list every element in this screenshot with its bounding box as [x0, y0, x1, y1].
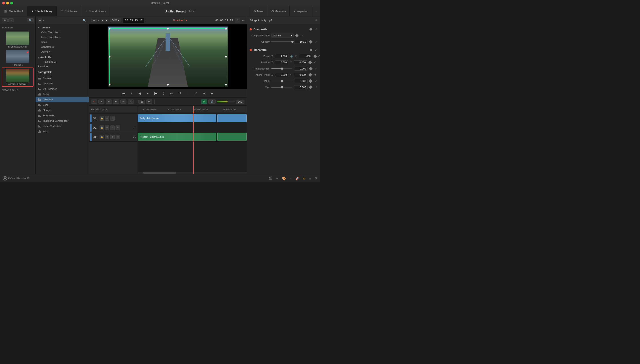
media-item-horisont[interactable]: Horisont - Electrical....: [2, 68, 34, 86]
timeline-scrollbar-thumb[interactable]: [143, 172, 176, 174]
effect-de-esser[interactable]: De-Esser: [36, 81, 89, 86]
effect-chorus[interactable]: Chorus: [36, 76, 89, 81]
track-a1-s[interactable]: S: [110, 126, 115, 130]
position-x-value[interactable]: 0.000: [275, 60, 288, 64]
effects-search-button[interactable]: 🔍: [82, 18, 87, 23]
close-button[interactable]: [2, 2, 5, 4]
audio-fx-header[interactable]: ▾ Audio FX: [36, 54, 89, 60]
notification-button[interactable]: □: [311, 6, 320, 16]
toolbox-openfx[interactable]: OpenFX: [36, 49, 89, 54]
clip-bridge-activity[interactable]: Bridge Activity.mp4: [138, 114, 216, 122]
rotation-keyframe[interactable]: [309, 67, 313, 70]
anchor-x-value[interactable]: 0.000: [275, 73, 288, 77]
go-last-button[interactable]: ⏮: [209, 90, 215, 96]
rotation-slider-thumb[interactable]: [281, 68, 283, 70]
step-back-button[interactable]: ⟨: [129, 90, 135, 96]
fullscreen-button[interactable]: ⤢: [193, 90, 199, 96]
toolbox-titles[interactable]: Titles: [36, 40, 89, 44]
toolbox-favorites[interactable]: Favorites: [36, 64, 89, 69]
maximize-button[interactable]: [10, 2, 13, 4]
proxy-toggle[interactable]: ⊞: [91, 19, 97, 22]
transform-reset[interactable]: ↺: [314, 48, 317, 52]
play-reverse-button[interactable]: ◀: [137, 90, 143, 96]
search-media-button[interactable]: 🔍: [27, 18, 34, 22]
media-storage-icon[interactable]: 🎬: [268, 176, 272, 180]
effect-noise-reduction[interactable]: Noise Reduction: [36, 124, 89, 129]
track-a1-m[interactable]: M: [116, 126, 120, 130]
effect-multiband-compressor[interactable]: Multiband Compressor: [36, 118, 89, 124]
media-item-bridge[interactable]: Bridge Activity.mp4: [0, 31, 35, 49]
track-a2-s[interactable]: S: [110, 135, 115, 139]
position-keyframe[interactable]: [308, 61, 312, 64]
pitch-keyframe[interactable]: [309, 79, 313, 83]
transform-keyframe[interactable]: [309, 48, 312, 52]
anchor-keyframe[interactable]: [308, 73, 312, 77]
slide-tool[interactable]: ⇔: [121, 100, 127, 104]
timeline-name-display[interactable]: Timeline 1 ▾: [173, 19, 187, 22]
slip-tool[interactable]: ⇔: [113, 100, 119, 104]
preview-settings[interactable]: ⟳: [235, 18, 240, 23]
effect-pitch[interactable]: Pitch: [36, 129, 89, 134]
composite-mode-select[interactable]: Normal ▾: [271, 34, 294, 38]
fairlight-icon[interactable]: ♫: [289, 176, 292, 180]
yaw-slider[interactable]: [271, 87, 292, 88]
yaw-slider-thumb[interactable]: [281, 86, 283, 88]
zoom-y-value[interactable]: 1.000: [299, 54, 312, 58]
zoom-keyframe[interactable]: [313, 54, 317, 58]
zoom-x-value[interactable]: 1.000: [275, 54, 288, 58]
track-a2-lock[interactable]: 🔒: [100, 135, 104, 139]
trim-tool[interactable]: ⤢: [99, 100, 105, 104]
loop-button[interactable]: ↺: [177, 90, 182, 96]
composite-keyframe[interactable]: [309, 28, 312, 31]
toolbox-video-transitions[interactable]: Video Transitions: [36, 30, 89, 35]
step-forward-button[interactable]: ⟩: [161, 90, 167, 96]
list-view-button[interactable]: ≡: [9, 18, 14, 22]
preview-options[interactable]: ▾: [98, 19, 99, 22]
deliver-icon[interactable]: 🚀: [295, 176, 299, 180]
minimize-button[interactable]: [6, 2, 9, 4]
inspector-expand[interactable]: ⊞: [315, 19, 317, 22]
clip-horisont[interactable]: Horisont - Electrical.mp3: [138, 133, 216, 141]
position-reset[interactable]: ↺: [313, 61, 317, 64]
fairlightfx-label[interactable]: FairlightFX: [36, 60, 89, 64]
anchor-y-value[interactable]: 0.000: [294, 73, 307, 77]
more-options[interactable]: •••: [242, 19, 244, 22]
skip-end-button[interactable]: ⏭: [201, 90, 207, 96]
yaw-value[interactable]: 0.000: [294, 85, 308, 89]
home-icon[interactable]: ⌂: [309, 176, 311, 180]
link-button[interactable]: ⛓: [139, 100, 145, 104]
track-v1-lock[interactable]: 🔒: [100, 116, 104, 120]
yaw-reset[interactable]: ↺: [314, 86, 317, 89]
opacity-value[interactable]: 100.0: [294, 40, 308, 44]
track-v1-eye[interactable]: 👁: [105, 116, 109, 120]
track-a2-m[interactable]: M: [116, 135, 120, 139]
composite-section-header[interactable]: Composite ↺: [247, 26, 320, 32]
pitch-slider[interactable]: [271, 81, 292, 81]
track-a2-eye[interactable]: 👁: [105, 135, 109, 139]
rotation-reset[interactable]: ↺: [314, 67, 317, 70]
composite-mode-reset[interactable]: ↺: [300, 34, 303, 37]
effects-expand-icon[interactable]: ▾: [43, 19, 44, 22]
zoom-reset[interactable]: ↺: [318, 54, 320, 58]
mixer-button[interactable]: ⚙ Mixer: [250, 6, 267, 16]
nav-tab-edit-index[interactable]: ☰ Edit Index: [57, 6, 81, 16]
effect-delay[interactable]: Delay: [36, 92, 89, 97]
go-to-start-button[interactable]: ⏮: [121, 90, 127, 96]
yaw-keyframe[interactable]: [309, 86, 313, 89]
effect-modulation[interactable]: Modulation: [36, 113, 89, 118]
grid-view-button[interactable]: ⊞: [2, 18, 8, 22]
effect-de-hummer[interactable]: De-Hummer: [36, 86, 89, 92]
media-item-timeline1[interactable]: Timeline 1: [0, 49, 35, 67]
settings-icon[interactable]: ⚙: [314, 176, 317, 180]
composite-reset[interactable]: ↺: [314, 28, 317, 31]
opacity-slider[interactable]: [271, 42, 292, 42]
toolbox-audio-transitions[interactable]: Audio Transitions: [36, 35, 89, 40]
stop-button[interactable]: ■: [145, 90, 151, 96]
composite-mode-keyframe[interactable]: [295, 34, 299, 38]
opacity-slider-thumb[interactable]: [291, 41, 294, 43]
warning-icon[interactable]: ⚠: [303, 176, 306, 180]
position-y-value[interactable]: 0.000: [294, 60, 307, 64]
next-frame-btn[interactable]: ▸: [105, 19, 109, 22]
opacity-reset[interactable]: ↺: [314, 40, 317, 44]
effect-echo[interactable]: Echo: [36, 102, 89, 108]
